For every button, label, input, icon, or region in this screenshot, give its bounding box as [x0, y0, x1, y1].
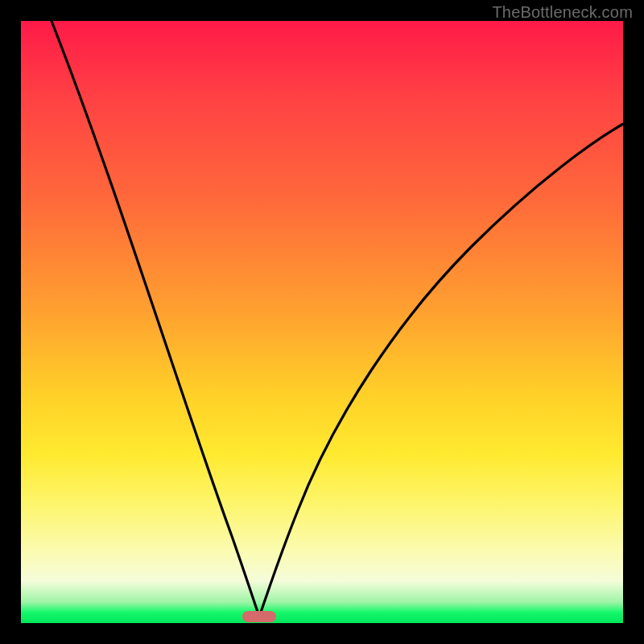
- minimum-marker: [242, 611, 276, 622]
- chart-frame: TheBottleneck.com: [0, 0, 644, 644]
- watermark-text: TheBottleneck.com: [492, 3, 633, 22]
- bottleneck-curve: [21, 21, 623, 623]
